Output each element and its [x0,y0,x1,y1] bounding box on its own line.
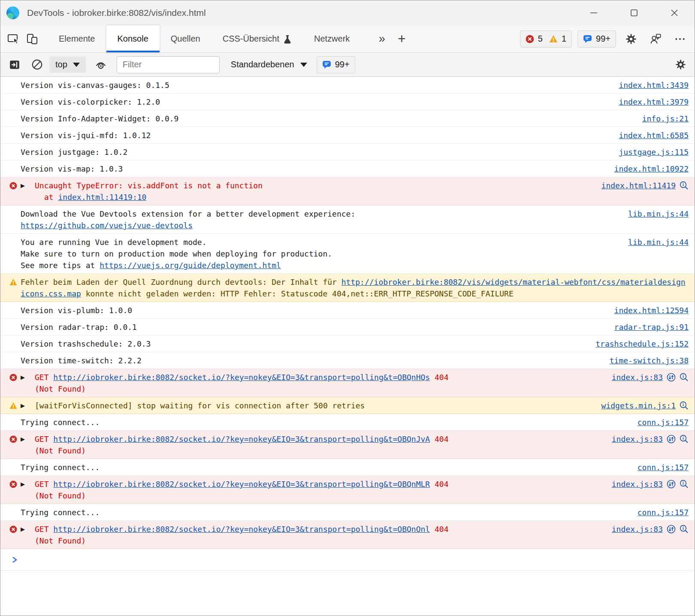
close-button[interactable] [654,0,695,25]
filter-input[interactable] [117,56,220,73]
expand-triangle-icon[interactable]: ▶ [21,371,35,383]
prompt-chevron-icon [12,556,18,564]
console-sidebar-toggle-button[interactable] [6,57,23,73]
source-link[interactable]: radar-trap.js:91 [614,321,689,333]
window-title: DevTools - iobroker.birke:8082/vis/index… [27,8,206,18]
maximize-button[interactable] [614,0,654,25]
expand-triangle-icon[interactable]: ▶ [21,180,35,191]
messages-badge[interactable]: 99+ [577,30,616,48]
source-link[interactable]: index.js:83 [612,523,663,535]
source-link[interactable]: justgage.js:115 [619,146,689,158]
minimize-button[interactable] [574,0,614,25]
search-error-button[interactable] [680,181,689,190]
error-text: Uncaught TypeError: vis.addFont is not a… [35,181,263,190]
search-error-button[interactable] [680,401,689,410]
warning-text: [waitForVisConnected] stop waiting for v… [35,400,594,411]
console-message-row: Version vis-colorpicker: 1.2.0 index.htm… [0,94,695,110]
source-link[interactable]: index.html:11419 [601,180,676,191]
source-link[interactable]: lib.min.js:44 [628,236,689,248]
log-levels-selector[interactable]: Standardebenen [231,60,307,69]
toolbar-messages-badge[interactable]: 99+ [317,56,355,73]
source-link[interactable]: index.html:12594 [614,305,689,316]
message-link[interactable]: https://github.com/vuejs/vue-devtools [21,221,193,230]
console-prompt[interactable] [0,549,695,571]
settings-button[interactable] [622,33,641,45]
issues-badge[interactable]: 5 1 [520,30,572,48]
request-url-link[interactable]: http://iobroker.birke:8082/socket.io/?ke… [53,373,430,382]
tab-elemente[interactable]: Elemente [48,25,106,52]
source-link[interactable]: index.html:3979 [619,96,689,108]
log-text: Version justgage: 1.0.2 [21,146,611,158]
source-link[interactable]: widgets.min.js:1 [601,400,676,411]
open-network-request-button[interactable] [667,480,676,489]
request-url-link[interactable]: http://iobroker.birke:8082/socket.io/?ke… [53,525,430,534]
request-url-link[interactable]: http://iobroker.birke:8082/socket.io/?ke… [53,435,430,444]
source-link[interactable]: time-switch.js:38 [610,355,689,366]
source-link[interactable]: trashschedule.js:152 [595,338,689,350]
source-link[interactable]: index.js:83 [612,433,663,445]
live-expression-button[interactable] [93,57,109,73]
edge-logo-icon [6,6,19,19]
status-code: 404 [430,525,448,534]
log-text: See more tips at [21,261,100,270]
open-network-request-button[interactable] [667,373,676,382]
devtools-tabbar: Elemente Konsole Quellen CSS-Übersicht N… [0,25,695,53]
source-link[interactable]: conn.js:157 [638,507,689,518]
add-tab-button[interactable]: + [392,25,411,52]
context-label: top [55,60,67,69]
source-link[interactable]: conn.js:157 [638,462,689,473]
search-error-button[interactable] [680,480,689,489]
open-network-request-button[interactable] [667,525,676,534]
inspect-element-button[interactable] [4,25,23,52]
message-link[interactable]: https://vuejs.org/guide/deployment.html [100,261,281,270]
search-error-button[interactable] [680,525,689,534]
console-message-row: Version time-switch: 2.2.2 time-switch.j… [0,352,695,369]
stack-location-link[interactable]: index.html:11419:10 [58,193,147,202]
open-network-request-button[interactable] [667,435,676,444]
clear-console-icon [31,59,43,70]
more-options-button[interactable] [671,33,689,45]
source-link[interactable]: lib.min.js:44 [628,208,689,220]
feedback-button[interactable] [646,33,665,45]
search-info-icon [680,373,689,382]
chevron-double-icon: » [379,32,385,45]
more-tabs-button[interactable]: » [372,25,392,52]
source-link[interactable]: index.html:6585 [619,130,689,141]
error-circle-icon [9,480,17,488]
request-url-link[interactable]: http://iobroker.birke:8082/socket.io/?ke… [53,480,430,489]
device-toolbar-button[interactable] [23,25,42,52]
log-text: Trying connect... [21,507,630,518]
source-link[interactable]: index.html:3439 [619,79,689,91]
expand-triangle-icon[interactable]: ▶ [21,400,35,411]
tab-label: Quellen [171,34,200,44]
console-message-row: Trying connect... conn.js:157 [0,504,695,521]
request-method: GET [35,525,53,534]
log-text: Version radar-trap: 0.0.1 [21,321,607,333]
expand-triangle-icon[interactable]: ▶ [21,478,35,490]
clear-console-button[interactable] [29,57,45,73]
execution-context-selector[interactable]: top [49,57,86,73]
search-error-button[interactable] [680,435,689,444]
tab-label: Konsole [118,34,148,44]
search-info-icon [680,480,689,489]
request-method: GET [35,480,53,489]
search-error-button[interactable] [680,373,689,382]
expand-triangle-icon[interactable]: ▶ [21,433,35,445]
expand-triangle-icon[interactable]: ▶ [21,523,35,535]
network-request-icon [667,435,676,444]
console-error-row: ▶ GET http://iobroker.birke:8082/socket.… [0,431,695,459]
source-link[interactable]: index.js:83 [612,371,663,383]
tab-konsole[interactable]: Konsole [106,25,160,52]
status-text: (Not Found) [35,445,604,456]
source-link[interactable]: index.html:10922 [614,163,689,175]
tab-netzwerk[interactable]: Netzwerk [303,25,361,52]
source-link[interactable]: index.js:83 [612,478,663,490]
source-link[interactable]: conn.js:157 [638,417,689,428]
error-circle-icon [9,182,17,190]
source-link[interactable]: info.js:21 [642,113,689,124]
tab-quellen[interactable]: Quellen [160,25,212,52]
tab-css-uebersicht[interactable]: CSS-Übersicht [212,25,303,52]
error-count: 5 [538,34,543,44]
console-empty-area[interactable] [0,571,695,616]
console-settings-button[interactable] [672,57,689,73]
